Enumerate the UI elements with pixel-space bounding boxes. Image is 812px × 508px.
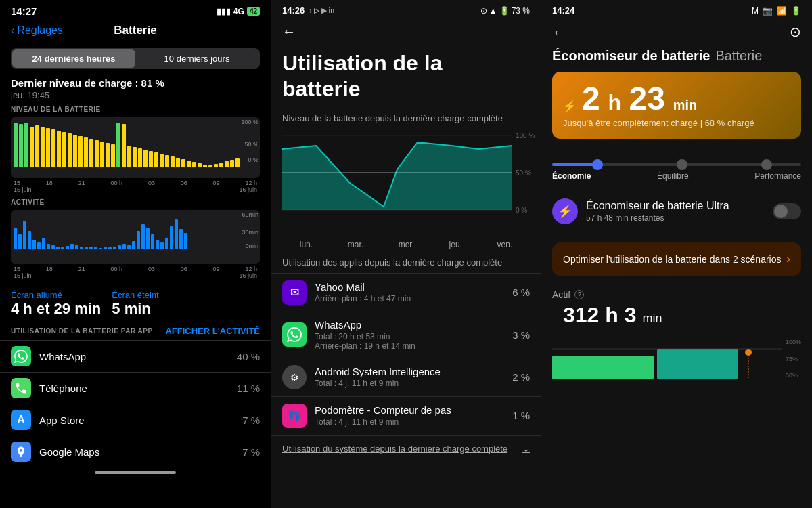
svg-rect-54 (70, 244, 74, 249)
p3-chart-y-labels: 100% 75% 50% (786, 339, 801, 379)
p3-active-label: Actif ? (552, 289, 801, 300)
svg-rect-48 (42, 238, 45, 249)
svg-rect-51 (56, 247, 60, 249)
svg-rect-28 (165, 155, 169, 167)
p2-back-button[interactable]: ← (282, 24, 296, 39)
p2-status-bar: 14:26 ↕ ▷ ▶ in ⊙ ▲ 🔋 73 % (271, 0, 541, 18)
p3-mode-slider: Économie Équilibré Performance (541, 150, 812, 189)
p3-active-section: Actif ? 312 h 3 min (541, 284, 812, 336)
page-title: Batterie (114, 24, 156, 37)
p3-battery-icon: 🔋 (791, 6, 801, 16)
p2-app-pct-whatsapp: 3 % (512, 329, 530, 341)
p2-nav: ← (271, 18, 541, 50)
svg-rect-77 (179, 229, 183, 249)
p3-back-button[interactable]: ← (552, 24, 566, 40)
svg-rect-22 (133, 147, 137, 167)
p3-slider-dot-right (761, 159, 772, 170)
svg-rect-46 (32, 240, 36, 249)
p3-nav: ← ⊙ (541, 18, 812, 48)
p2-app-item-whatsapp[interactable]: WhatsApp Total : 20 h et 53 minArrière-p… (271, 312, 541, 358)
p3-ultra-saver-item: ⚡ Économiseur de batterie Ultra 57 h 48 … (541, 189, 812, 234)
p2-app-item-asi[interactable]: ⚙ Android System Intelligence Total : 4 … (271, 358, 541, 396)
asi-icon: ⚙ (282, 365, 307, 389)
p2-chart-label: Niveau de la batterie depuis la dernière… (271, 113, 541, 129)
svg-rect-59 (94, 247, 97, 249)
svg-rect-60 (99, 248, 102, 249)
app-item-appstore[interactable]: A App Store 7 % (0, 404, 271, 436)
p3-mode-performance: Performance (754, 171, 801, 181)
act-date-labels: 15 juin 16 juin (11, 272, 260, 279)
p2-status-left: 14:26 ↕ ▷ ▶ in (282, 5, 334, 16)
svg-text:50 %: 50 % (516, 169, 531, 177)
svg-rect-20 (122, 124, 126, 167)
app-item-telephone[interactable]: Téléphone 11 % (0, 372, 271, 404)
p3-charging-subtitle: Jusqu'à être complètement chargé | 68 % … (563, 118, 790, 128)
p3-bar-chart (552, 339, 782, 379)
p2-whatsapp-icon (282, 322, 307, 347)
p3-slider-knob[interactable] (592, 159, 603, 170)
p3-charging-card: ⚡ 2 h 23 min Jusqu'à être complètement c… (552, 72, 801, 139)
p3-charging-hours: 2 h 23 min (582, 83, 697, 115)
svg-rect-37 (214, 164, 218, 167)
signal-bars-icon: ▮▮▮ (217, 7, 231, 16)
p3-time: 14:24 (552, 5, 574, 16)
svg-rect-32 (187, 161, 191, 167)
act-y-30: 30min (242, 229, 258, 236)
p2-app-detail-pedometer: Total : 4 j. 11 h et 9 min (315, 417, 512, 427)
activity-chart-label: ACTIVITÉ (11, 198, 260, 206)
svg-rect-70 (146, 228, 150, 249)
svg-rect-16 (100, 142, 104, 167)
p2-app-item-yahoomail[interactable]: ✉ Yahoo Mail Arrière-plan : 4 h et 47 mi… (271, 273, 541, 312)
p3-ultra-saver-toggle[interactable] (773, 203, 801, 219)
svg-rect-53 (66, 246, 69, 249)
app-name-whatsapp: WhatsApp (39, 351, 237, 362)
p2-app-item-pedometer[interactable]: 👣 Podomètre - Compteur de pas Total : 4 … (271, 396, 541, 435)
yahoomail-icon: ✉ (282, 280, 307, 305)
p2-battery-pct: 73 % (512, 6, 530, 16)
p2-app-section-label: Utilisation des applis depuis la dernièr… (271, 249, 541, 273)
app-item-whatsapp[interactable]: WhatsApp 40 % (0, 340, 271, 372)
svg-rect-50 (51, 245, 55, 249)
p3-y-100: 100% (786, 339, 801, 345)
svg-rect-64 (118, 245, 121, 249)
p3-active-info-icon: ? (574, 290, 584, 299)
svg-rect-24 (143, 150, 148, 167)
show-activity-link[interactable]: AFFICHER L'ACTIVITÉ (165, 326, 260, 336)
svg-text:0 %: 0 % (516, 207, 527, 214)
back-button[interactable]: ‹ Réglages (11, 24, 63, 37)
app-item-googlemaps[interactable]: Google Maps 7 % (0, 436, 271, 467)
screen-off-item: Écran éteint 5 min (112, 290, 158, 318)
p3-slider-track[interactable] (552, 163, 801, 166)
p2-app-info-yahoomail: Yahoo Mail Arrière-plan : 4 h et 47 min (315, 281, 512, 303)
p2-app-pct-asi: 2 % (512, 371, 530, 383)
battery-chart-label: NIVEAU DE LA BATTERIE (11, 106, 260, 113)
p3-charging-time-display: ⚡ 2 h 23 min (563, 83, 790, 115)
home-indicator (95, 471, 176, 474)
svg-rect-5 (41, 127, 45, 167)
svg-rect-11 (73, 135, 77, 167)
p3-optimize-card[interactable]: Optimiser l'utilisation de la batterie d… (552, 242, 801, 276)
time-btn-10d[interactable]: 10 derniers jours (135, 49, 258, 68)
p3-optimize-text: Optimiser l'utilisation de la batterie d… (563, 254, 786, 265)
p3-ultra-saver-name: Économiseur de batterie Ultra (586, 200, 773, 212)
p3-toggle-knob (774, 205, 788, 218)
p2-signal-icon: ▲ (489, 6, 497, 16)
svg-rect-45 (28, 231, 31, 249)
charge-info: Dernier niveau de charge : 81 % jeu. 19:… (0, 75, 271, 106)
svg-rect-87 (657, 349, 738, 379)
app-pct-whatsapp: 40 % (237, 351, 260, 362)
p3-settings-icon[interactable]: ⊙ (790, 24, 801, 40)
act-y-0: 0min (245, 242, 258, 249)
p3-active-time: 312 h 3 min (552, 300, 801, 333)
p2-system-usage-link[interactable]: Utilisation du système depuis la dernièr… (271, 435, 541, 462)
p3-active-minutes: 3 (625, 303, 637, 327)
svg-rect-17 (106, 143, 110, 167)
p3-mode-balanced: Équilibré (657, 171, 689, 181)
svg-rect-21 (127, 146, 131, 167)
p3-ultra-saver-icon: ⚡ (552, 198, 578, 224)
activity-chart-section: ACTIVITÉ 60min 30min 0min (0, 198, 271, 279)
time-btn-24h[interactable]: 24 dernières heures (12, 49, 135, 68)
status-bar: 14:27 ▮▮▮ 4G 42 (0, 0, 271, 20)
p2-app-name-whatsapp: WhatsApp (315, 319, 512, 331)
svg-rect-62 (108, 247, 112, 249)
